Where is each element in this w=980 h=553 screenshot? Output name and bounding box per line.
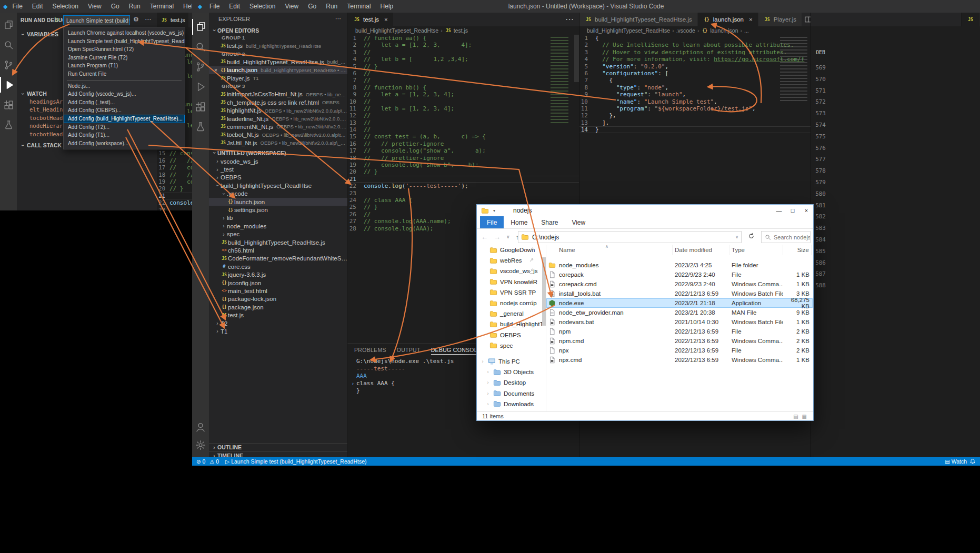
- chevron-icon[interactable]: ›: [485, 369, 491, 375]
- column-header-type[interactable]: Type: [729, 245, 783, 255]
- close-icon[interactable]: ×: [749, 16, 753, 23]
- tree-item[interactable]: {}launch.json: [209, 198, 347, 206]
- file-row[interactable]: node_etw_provider.man2023/2/1 20:38MAN F…: [546, 308, 813, 317]
- tree-item[interactable]: <>ch56.html: [209, 246, 347, 254]
- menubar-item-go[interactable]: Go: [303, 0, 321, 13]
- search-icon[interactable]: [0, 37, 17, 53]
- quick-access-item[interactable]: webRes: [477, 255, 546, 266]
- breadcrumb-item[interactable]: build_HighlightTypeset_ReadHtse: [587, 27, 670, 34]
- tree-item[interactable]: ›_test: [209, 165, 347, 173]
- launch-config-option[interactable]: Launch Simple test (build_HighlightTypes…: [64, 37, 185, 46]
- notifications-bell-icon[interactable]: [969, 458, 976, 465]
- tree-item[interactable]: {}package.json: [209, 303, 347, 311]
- nav-folder-item[interactable]: ›Downloads: [477, 399, 546, 409]
- search-box[interactable]: Search nodejs: [761, 231, 811, 243]
- more-actions-icon[interactable]: ⋯: [560, 13, 579, 26]
- panel-tab[interactable]: DEBUG CONSOLE: [431, 347, 482, 355]
- launch-config-option[interactable]: Run Current File: [64, 70, 185, 78]
- workspace-header[interactable]: ›UNTITLED (WORKSPACE): [211, 149, 347, 157]
- back-button[interactable]: ←: [481, 233, 488, 241]
- file-row[interactable]: npm2022/12/13 6:59File2 KB: [546, 327, 813, 336]
- menubar-item-selection[interactable]: Selection: [245, 0, 280, 13]
- editor-tab[interactable]: JStest.js: [157, 13, 189, 27]
- refresh-icon[interactable]: [748, 233, 755, 239]
- chevron-icon[interactable]: ›: [485, 391, 491, 396]
- tree-item[interactable]: ›T1: [209, 327, 347, 335]
- menubar-item-view[interactable]: View: [280, 0, 303, 13]
- tree-item[interactable]: ›.vscode: [209, 190, 347, 198]
- close-icon[interactable]: ×: [384, 16, 388, 23]
- launch-config-option[interactable]: Open SpecRunner.html (T2): [64, 45, 185, 54]
- scrollbar[interactable]: [542, 257, 546, 326]
- menubar-item-selection[interactable]: Selection: [48, 0, 83, 13]
- open-editor-item[interactable]: JSleaderline_Nt.jsOEBPS • lib_new2\libNt…: [209, 115, 347, 123]
- editor-tab[interactable]: JS: [961, 13, 980, 26]
- quick-access-item[interactable]: nodejs corrup: [477, 298, 546, 308]
- menubar-item-view[interactable]: View: [83, 0, 106, 13]
- menubar-item-run[interactable]: Run: [321, 0, 342, 13]
- chevron-icon[interactable]: ›: [480, 359, 485, 364]
- tree-item[interactable]: JSjquery-3.6.3.js: [209, 270, 347, 278]
- breadcrumb-item[interactable]: JStest.js: [445, 27, 468, 34]
- start-debugging-button[interactable]: ▷: [55, 15, 60, 23]
- test-beaker-icon[interactable]: [192, 119, 209, 135]
- source-control-icon[interactable]: [0, 57, 17, 73]
- launch-config-option[interactable]: Add Config (build_HighlightTypeset_ReadH…: [64, 115, 185, 123]
- breadcrumb-item[interactable]: ...: [744, 27, 749, 34]
- editor-tab[interactable]: JStest.js×: [348, 13, 394, 26]
- expand-chevron-icon[interactable]: ›: [349, 380, 356, 387]
- menubar-item-edit[interactable]: Edit: [27, 0, 48, 13]
- search-icon[interactable]: [192, 39, 209, 55]
- run-debug-icon[interactable]: [192, 79, 209, 95]
- tree-item[interactable]: {}package-lock.json: [209, 295, 347, 303]
- account-icon[interactable]: [192, 418, 209, 436]
- menubar-item-terminal[interactable]: Terminal: [342, 0, 375, 13]
- chevron-down-icon[interactable]: ∨: [735, 235, 738, 239]
- file-row[interactable]: npx2022/12/13 6:59File2 KB: [546, 346, 813, 355]
- editor-tab[interactable]: JSbuild_HighlightTypeset_ReadHtse.js: [579, 13, 698, 26]
- tree-item[interactable]: ›node_modules: [209, 222, 347, 230]
- scrollbar[interactable]: [574, 35, 579, 82]
- more-actions-icon[interactable]: ⋯: [335, 15, 344, 22]
- tree-item[interactable]: ›vscode_ws_js: [209, 157, 347, 165]
- tree-item[interactable]: ›T2: [209, 319, 347, 327]
- launch-config-option[interactable]: Add Config (workspace)...: [64, 139, 185, 148]
- open-editor-item[interactable]: JScommentNt_Nt.jsOEBPS • lib_new2\libNt\…: [209, 123, 347, 130]
- quick-access-item[interactable]: GoogleDown: [477, 245, 546, 255]
- open-editor-item[interactable]: JSbuild_HighlightTypeset_ReadHtse.jsbuil…: [209, 58, 347, 66]
- file-row[interactable]: node.exe2023/2/1 21:18Application68,275 …: [546, 298, 813, 308]
- launch-config-option[interactable]: Launch Chrome against localhost (vscode_…: [64, 29, 185, 37]
- breadcrumb-item[interactable]: {}launch.json: [701, 27, 738, 34]
- tree-item[interactable]: ›build_HighlightTypeset_ReadHtse: [209, 182, 347, 189]
- menubar-item-help[interactable]: Help: [376, 0, 398, 13]
- ribbon-tab-file[interactable]: File: [480, 216, 504, 228]
- breadcrumb-item[interactable]: build_HighlightTypeset_ReadHtse: [355, 27, 438, 34]
- launch-config-option[interactable]: Add Config (_test)...: [64, 98, 185, 107]
- nav-folder-item[interactable]: ›Documents: [477, 388, 546, 398]
- nav-folder-item[interactable]: ›3D Objects: [477, 367, 546, 377]
- open-editor-item[interactable]: JSPlayer.jsT1: [209, 74, 347, 82]
- open-editor-item[interactable]: JSJsUtil_Nt.jsOEBPS • lib_new2\libNt\v2.…: [209, 139, 347, 147]
- extensions-icon[interactable]: [192, 99, 209, 115]
- launch-config-option[interactable]: Add Config (T2)...: [64, 123, 185, 132]
- quick-access-item[interactable]: vscode_ws_js: [477, 266, 546, 276]
- chevron-icon[interactable]: ›: [485, 380, 491, 385]
- launch-config-select[interactable]: Launch Simple test (build∨: [63, 15, 130, 25]
- minimap[interactable]: [551, 37, 568, 125]
- chevron-down-icon[interactable]: ▾: [493, 208, 495, 213]
- editor-tab[interactable]: {}launch.json×: [698, 13, 758, 26]
- minimap[interactable]: [780, 37, 807, 102]
- files-icon[interactable]: [0, 17, 17, 33]
- timeline-header[interactable]: ›TIMELINE: [209, 451, 347, 457]
- breadcrumb-item[interactable]: .vscode: [676, 27, 695, 34]
- launch-config-option[interactable]: Add Config (T1)...: [64, 131, 185, 139]
- menubar-item-file[interactable]: File: [205, 0, 224, 13]
- close-button[interactable]: ×: [799, 205, 813, 216]
- minimize-button[interactable]: —: [772, 205, 786, 216]
- active-debug-config[interactable]: ▷Launch Simple test (build_HighlightType…: [225, 458, 366, 465]
- open-editor-item[interactable]: ×{}launch.jsonbuild_HighlightTypeset_Rea…: [209, 66, 347, 74]
- launch-config-option[interactable]: Launch Program (T1): [64, 62, 185, 70]
- forward-button[interactable]: →: [494, 233, 501, 241]
- nav-this-pc[interactable]: ›This PC: [477, 356, 546, 367]
- errors-status[interactable]: ⊘0: [196, 458, 205, 465]
